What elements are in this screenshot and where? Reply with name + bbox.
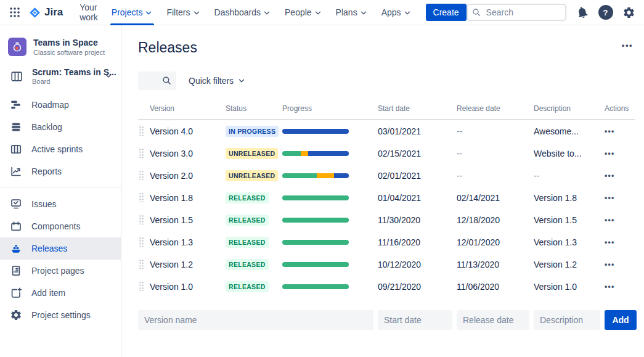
column-header-progress: Progress bbox=[282, 104, 378, 113]
sidebar-item-add-item[interactable]: Add item bbox=[0, 282, 121, 304]
project-pages-icon bbox=[10, 265, 22, 277]
row-actions-button[interactable]: ••• bbox=[605, 260, 635, 269]
release-date-input[interactable] bbox=[457, 310, 529, 330]
start-date: 11/30/2020 bbox=[378, 215, 457, 225]
status-badge: RELEASED bbox=[226, 192, 269, 203]
releases-icon bbox=[10, 242, 22, 255]
table-row: Version 1.5 RELEASED 11/30/2020 12/18/20… bbox=[138, 209, 635, 231]
progress-bar bbox=[282, 218, 349, 223]
start-date: 02/15/2021 bbox=[378, 149, 457, 158]
drag-handle-icon[interactable] bbox=[138, 147, 144, 158]
drag-handle-icon[interactable] bbox=[138, 236, 144, 247]
version-name-input[interactable] bbox=[138, 310, 373, 330]
sidebar-item-project-settings[interactable]: Project settings bbox=[0, 304, 121, 326]
sidebar-item-reports[interactable]: Reports bbox=[0, 160, 121, 183]
table-row: Version 1.8 RELEASED 01/04/2021 02/14/20… bbox=[138, 187, 635, 209]
start-date: 09/21/2020 bbox=[378, 282, 457, 292]
start-date-input[interactable] bbox=[378, 310, 452, 330]
version-label[interactable]: Version 1.3 bbox=[150, 237, 226, 247]
drag-handle-icon[interactable] bbox=[138, 258, 144, 269]
version-label[interactable]: Version 3.0 bbox=[150, 149, 226, 158]
release-date: -- bbox=[457, 149, 534, 158]
version-label[interactable]: Version 1.5 bbox=[150, 215, 226, 225]
row-actions-button[interactable]: ••• bbox=[605, 127, 635, 136]
global-search-input[interactable] bbox=[467, 4, 566, 21]
table-row: Version 2.0 UNRELEASED 02/01/2021 -- -- … bbox=[138, 165, 635, 187]
issues-icon bbox=[10, 198, 22, 210]
version-label[interactable]: Version 1.0 bbox=[150, 282, 226, 292]
quick-filters-dropdown[interactable]: Quick filters bbox=[189, 76, 246, 86]
row-actions-button[interactable]: ••• bbox=[605, 194, 635, 202]
nav-item-apps[interactable]: Apps bbox=[376, 0, 417, 25]
reports-icon bbox=[10, 165, 22, 178]
nav-item-plans[interactable]: Plans bbox=[330, 0, 373, 25]
chevron-down-icon bbox=[104, 71, 113, 81]
progress-bar bbox=[282, 262, 349, 267]
row-actions-button[interactable]: ••• bbox=[605, 216, 635, 224]
nav-item-filters[interactable]: Filters bbox=[161, 0, 206, 25]
row-actions-button[interactable]: ••• bbox=[605, 149, 635, 158]
project-settings-icon bbox=[10, 309, 22, 321]
notifications-button[interactable] bbox=[574, 4, 590, 21]
sidebar-item-backlog[interactable]: Backlog bbox=[0, 116, 121, 138]
description: Awesome... bbox=[534, 126, 605, 136]
add-item-icon bbox=[10, 287, 22, 299]
nav-item-people[interactable]: People bbox=[279, 0, 328, 25]
project-name: Teams in Space bbox=[33, 38, 105, 47]
drag-handle-icon[interactable] bbox=[138, 125, 144, 136]
nav-item-dashboards[interactable]: Dashboards bbox=[209, 0, 277, 25]
column-header-start-date: Start date bbox=[378, 104, 457, 113]
version-label[interactable]: Version 1.2 bbox=[150, 260, 226, 269]
row-actions-button[interactable]: ••• bbox=[605, 238, 635, 247]
sidebar-item-components[interactable]: Components bbox=[0, 215, 121, 237]
settings-button[interactable] bbox=[622, 6, 635, 19]
drag-handle-icon[interactable] bbox=[138, 281, 144, 291]
page-more-actions-button[interactable]: ••• bbox=[619, 39, 635, 51]
version-label[interactable]: Version 1.8 bbox=[150, 193, 226, 203]
bell-icon bbox=[574, 4, 590, 21]
description-input[interactable] bbox=[534, 310, 600, 330]
chevron-down-icon bbox=[263, 9, 271, 17]
search-icon bbox=[161, 75, 172, 86]
page-title: Releases bbox=[138, 39, 197, 56]
description: Version 1.5 bbox=[534, 215, 605, 225]
drag-handle-icon[interactable] bbox=[138, 170, 144, 180]
row-actions-button[interactable]: ••• bbox=[605, 171, 635, 180]
chevron-down-icon bbox=[359, 9, 368, 17]
chevron-down-icon bbox=[237, 76, 246, 85]
drag-handle-icon[interactable] bbox=[138, 192, 144, 202]
help-button[interactable]: ? bbox=[598, 5, 613, 20]
description: Version 1.3 bbox=[534, 237, 605, 247]
sidebar-item-releases[interactable]: Releases bbox=[0, 237, 121, 260]
table-row: Version 1.2 RELEASED 10/12/2020 11/13/20… bbox=[138, 253, 635, 276]
app-switcher-button[interactable] bbox=[6, 4, 23, 21]
board-icon bbox=[8, 70, 25, 83]
project-header: Teams in Space Classic software project bbox=[0, 38, 121, 56]
board-switcher[interactable]: Scrum: Teams in S... Board bbox=[0, 67, 121, 85]
description: -- bbox=[534, 171, 605, 181]
release-date: -- bbox=[457, 126, 534, 136]
release-date: -- bbox=[457, 171, 534, 181]
project-sidebar: Teams in Space Classic software project … bbox=[0, 25, 121, 357]
nav-item-your-work[interactable]: Your work bbox=[74, 0, 104, 25]
version-label[interactable]: Version 4.0 bbox=[150, 126, 226, 136]
sidebar-item-project-pages[interactable]: Project pages bbox=[0, 260, 121, 282]
jira-logo-text: Jira bbox=[44, 6, 63, 18]
progress-bar bbox=[282, 151, 349, 156]
description: Version 1.0 bbox=[534, 282, 605, 292]
add-version-button[interactable]: Add bbox=[605, 310, 637, 330]
releases-page: Releases ••• Quick filters Version Statu… bbox=[121, 25, 644, 357]
start-date: 10/12/2020 bbox=[378, 260, 457, 269]
version-label[interactable]: Version 2.0 bbox=[150, 171, 226, 181]
drag-handle-icon[interactable] bbox=[138, 214, 144, 224]
jira-logo[interactable]: Jira bbox=[28, 6, 63, 19]
sidebar-item-roadmap[interactable]: Roadmap bbox=[0, 94, 121, 116]
roadmap-icon bbox=[10, 99, 22, 111]
create-button[interactable]: Create bbox=[426, 4, 467, 21]
nav-item-projects[interactable]: Projects bbox=[106, 0, 159, 25]
sidebar-item-active-sprints[interactable]: Active sprints bbox=[0, 138, 121, 160]
row-actions-button[interactable]: ••• bbox=[605, 282, 635, 291]
sidebar-item-issues[interactable]: Issues bbox=[0, 193, 121, 215]
progress-bar bbox=[282, 173, 349, 178]
question-mark-icon: ? bbox=[603, 8, 608, 17]
